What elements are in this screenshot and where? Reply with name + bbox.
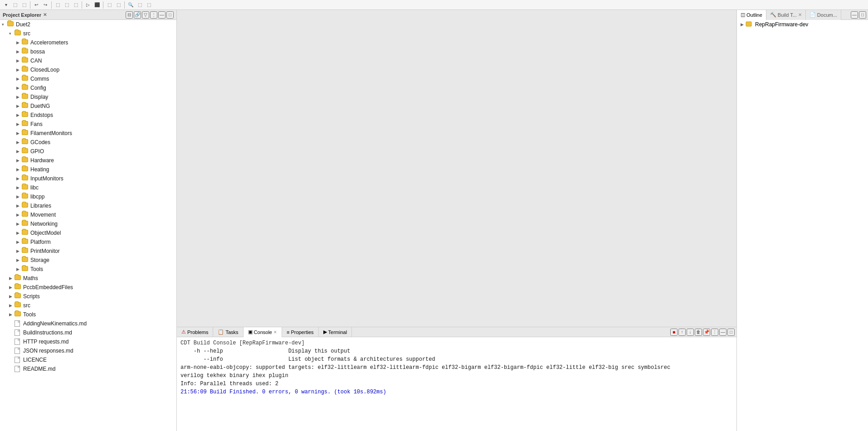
tree-item-scripts[interactable]: ▶Scripts [0,292,176,301]
toolbar-btn-11[interactable]: ⬚ [105,1,113,9]
tab-outline[interactable]: ◫ Outline [737,10,766,20]
tree-item-tools[interactable]: ▶Tools [0,265,176,274]
toolbar-btn-5[interactable]: ↪ [41,1,49,9]
console-close-icon[interactable]: ✕ [273,330,277,334]
tree-item-bossa[interactable]: ▶bossa [0,47,176,56]
tab-problems[interactable]: ⚠ Problems [177,327,213,337]
console-pin-btn[interactable]: 📌 [703,329,710,336]
tree-arrow-tools[interactable]: ▶ [16,267,22,271]
toolbar-btn-12[interactable]: ⬚ [114,1,122,9]
tree-item-libcpp[interactable]: ▶libcpp [0,192,176,201]
tree-item-libraries[interactable]: ▶Libraries [0,201,176,210]
console-menu-btn[interactable]: ⋮ [711,329,718,336]
tree-item-gcodes[interactable]: ▶GCodes [0,138,176,147]
maximize-btn[interactable]: □ [166,11,174,19]
tree-item-filamentmonitors[interactable]: ▶FilamentMonitors [0,129,176,138]
tree-arrow-comms[interactable]: ▶ [16,77,22,81]
tree-item-closedloop[interactable]: ▶ClosedLoop [0,65,176,74]
tree-arrow-fans[interactable]: ▶ [16,122,22,126]
tab-build-t[interactable]: 🔨 Build T... ✕ [766,10,806,20]
toolbar-btn-9[interactable]: ▷ [84,1,92,9]
tree-arrow-hardware[interactable]: ▶ [16,158,22,163]
tree-item-storage[interactable]: ▶Storage [0,256,176,265]
tree-arrow-gpio[interactable]: ▶ [16,149,22,154]
right-minimize-btn[interactable]: — [851,11,858,19]
toolbar-btn-4[interactable]: ↩ [32,1,40,9]
tab-terminal[interactable]: ▶ Terminal [319,327,352,337]
tree-arrow-duetng[interactable]: ▶ [16,104,22,108]
tree-item-platform[interactable]: ▶Platform [0,237,176,247]
right-maximize-btn[interactable]: □ [859,11,866,19]
tree-item-comms[interactable]: ▶Comms [0,74,176,83]
tree-item-movement[interactable]: ▶Movement [0,210,176,219]
toolbar-btn-7[interactable]: ⬚ [63,1,71,9]
tree-item-pccbembeddedfiles[interactable]: ▶PccbEmbeddedFiles [0,283,176,292]
tree-arrow-display[interactable]: ▶ [16,95,22,99]
tree-arrow-src1[interactable]: ▾ [9,31,15,36]
tree-arrow-printmonitor[interactable]: ▶ [16,249,22,253]
tree-item-tools2[interactable]: ▶Tools [0,310,176,319]
toolbar-btn-3[interactable]: ⬚ [20,1,28,9]
toolbar-btn-2[interactable]: ⬚ [11,1,19,9]
tree-item-heating[interactable]: ▶Heating [0,165,176,174]
console-minimize-btn[interactable]: — [719,329,727,336]
tree-item-httprequests[interactable]: HTTP requests.md [0,337,176,346]
console-prev-btn[interactable]: ↑ [678,329,686,336]
toolbar-btn-1[interactable]: ▾ [2,1,10,9]
tree-item-jsonresponses[interactable]: JSON responses.md [0,346,176,355]
minimize-btn[interactable]: — [158,11,166,19]
tree-item-can[interactable]: ▶CAN [0,56,176,65]
tree-arrow-inputmonitors[interactable]: ▶ [16,176,22,181]
toolbar-btn-8[interactable]: ⬚ [72,1,80,9]
tab-tasks[interactable]: 📋 Tasks [213,327,243,337]
search-toolbar-btn[interactable]: 🔍 [127,1,135,9]
tree-item-printmonitor[interactable]: ▶PrintMonitor [0,247,176,256]
tree-item-hardware[interactable]: ▶Hardware [0,156,176,165]
tree-arrow-tools2[interactable]: ▶ [9,312,15,317]
tree-item-licence[interactable]: LICENCE [0,355,176,364]
collapse-all-btn[interactable]: ⊟ [126,11,133,19]
tree-arrow-heating[interactable]: ▶ [16,167,22,172]
tree-arrow-closedloop[interactable]: ▶ [16,68,22,72]
tree-arrow-endstops[interactable]: ▶ [16,113,22,117]
tree-arrow-libc[interactable]: ▶ [16,185,22,190]
tree-item-display[interactable]: ▶Display [0,92,176,102]
tree-arrow-movement[interactable]: ▶ [16,213,22,217]
tab-document[interactable]: 📄 Docum... [806,10,841,20]
tree-arrow-accelerometers[interactable]: ▶ [16,40,22,45]
tree-arrow-platform[interactable]: ▶ [16,240,22,244]
tree-item-src2[interactable]: ▶src [0,301,176,310]
outline-reprap-item[interactable]: ▶ RepRapFirmware-dev [737,20,868,29]
tree-item-libc[interactable]: ▶libc [0,183,176,192]
tree-item-inputmonitors[interactable]: ▶InputMonitors [0,174,176,183]
console-terminate-btn[interactable]: ■ [670,329,678,336]
toolbar-btn-14[interactable]: ⬚ [145,1,153,9]
tree-arrow-src2[interactable]: ▶ [9,303,15,308]
tab-properties[interactable]: ≡ Properties [282,327,319,337]
tree-item-config[interactable]: ▶Config [0,83,176,92]
filter-btn[interactable]: ▽ [142,11,149,19]
close-icon[interactable]: ✕ [43,12,47,17]
tree-arrow-filamentmonitors[interactable]: ▶ [16,131,22,136]
tree-arrow-bossa[interactable]: ▶ [16,49,22,54]
tree-item-objectmodel[interactable]: ▶ObjectModel [0,228,176,237]
tree-item-accelerometers[interactable]: ▶Accelerometers [0,38,176,47]
tree-arrow-pccbembeddedfiles[interactable]: ▶ [9,285,15,290]
tree-item-src1[interactable]: ▾src [0,29,176,38]
toolbar-btn-10[interactable]: ⬛ [93,1,101,9]
tree-arrow-gcodes[interactable]: ▶ [16,140,22,145]
tree-arrow-scripts[interactable]: ▶ [9,294,15,299]
toolbar-btn-13[interactable]: ⬚ [136,1,144,9]
tree-item-duetng[interactable]: ▶DuetNG [0,102,176,111]
link-editor-btn[interactable]: 🔗 [134,11,141,19]
tree-arrow-maths[interactable]: ▶ [9,276,15,281]
tree-item-buildinstructions[interactable]: BuildInstructions.md [0,328,176,337]
tree-arrow-can[interactable]: ▶ [16,58,22,63]
tree-item-gpio[interactable]: ▶GPIO [0,147,176,156]
console-maximize-btn[interactable]: □ [727,329,735,336]
tree-arrow-libraries[interactable]: ▶ [16,203,22,208]
tree-arrow-networking[interactable]: ▶ [16,222,22,226]
console-clear-btn[interactable]: 🗑 [695,329,702,336]
console-next-btn[interactable]: ↓ [687,329,694,336]
tree-arrow-objectmodel[interactable]: ▶ [16,231,22,235]
